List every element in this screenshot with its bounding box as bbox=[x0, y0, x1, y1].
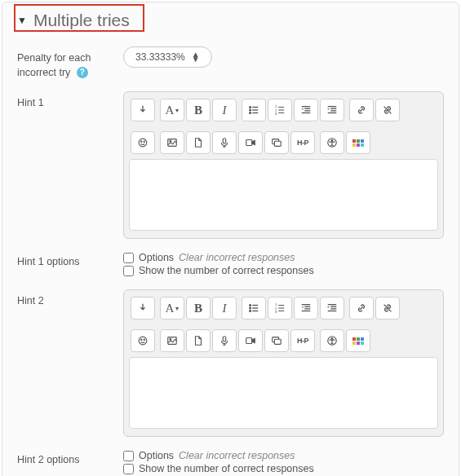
hint-1-clear-text: Clear incorrect responses bbox=[179, 252, 295, 263]
hint-1-row: Hint 1 A▾ B I bbox=[17, 91, 444, 239]
svg-point-21 bbox=[141, 141, 142, 142]
toolbar-link-icon[interactable] bbox=[349, 99, 374, 121]
hint-2-editor: A▾ B I 123 bbox=[123, 289, 444, 437]
toolbar-emoji-icon[interactable] bbox=[131, 131, 155, 154]
penalty-select[interactable]: 33.33333% ▲▼ bbox=[123, 46, 212, 68]
select-arrows-icon: ▲▼ bbox=[192, 52, 200, 62]
section-header[interactable]: ▼ Multiple tries bbox=[17, 2, 444, 35]
toolbar-h5p-icon[interactable]: H-P bbox=[290, 329, 315, 352]
svg-point-33 bbox=[250, 307, 251, 309]
hint-2-options-label: Hint 2 options bbox=[17, 448, 123, 468]
svg-point-0 bbox=[250, 107, 251, 108]
svg-point-61 bbox=[331, 338, 333, 340]
svg-rect-25 bbox=[223, 139, 226, 143]
svg-point-20 bbox=[139, 139, 147, 147]
toolbar-bullet-list-icon[interactable] bbox=[242, 297, 266, 320]
hint-2-options-row: Hint 2 options Options Clear incorrect r… bbox=[17, 448, 444, 476]
hint-1-shownum-row: Show the number of correct responses bbox=[123, 265, 444, 276]
svg-rect-26 bbox=[246, 140, 252, 146]
penalty-row: Penalty for each incorrect try ? 33.3333… bbox=[17, 46, 444, 80]
chevron-down-icon: ▼ bbox=[17, 15, 27, 26]
toolbar-expand-icon[interactable] bbox=[131, 99, 155, 121]
svg-point-52 bbox=[141, 339, 142, 340]
hint-2-textarea[interactable] bbox=[129, 357, 438, 429]
svg-point-4 bbox=[250, 112, 251, 114]
toolbar-bullet-list-icon[interactable] bbox=[242, 99, 266, 121]
toolbar-video-icon[interactable] bbox=[238, 131, 263, 154]
toolbar-numbered-list-icon[interactable]: 123 bbox=[268, 99, 292, 121]
svg-rect-23 bbox=[168, 139, 177, 147]
svg-text:3: 3 bbox=[275, 310, 277, 314]
hint-2-toolbar: A▾ B I 123 bbox=[129, 295, 438, 357]
toolbar-indent-icon[interactable] bbox=[320, 99, 344, 121]
penalty-label: Penalty for each incorrect try ? bbox=[17, 46, 123, 80]
hint-2-clear-checkbox[interactable] bbox=[123, 451, 134, 461]
toolbar-more-icon[interactable] bbox=[346, 131, 370, 154]
hint-2-shownum-checkbox[interactable] bbox=[123, 464, 134, 474]
svg-point-51 bbox=[139, 337, 147, 345]
toolbar-accessibility-icon[interactable] bbox=[320, 131, 344, 154]
svg-rect-54 bbox=[168, 337, 177, 345]
toolbar-paragraph-style[interactable]: A▾ bbox=[160, 99, 184, 121]
hint-1-options-text: Options bbox=[139, 252, 174, 263]
toolbar-outdent-icon[interactable] bbox=[294, 99, 318, 121]
toolbar-bold[interactable]: B bbox=[186, 297, 211, 320]
toolbar-outdent-icon[interactable] bbox=[294, 297, 318, 320]
hint-1-options-row: Hint 1 options Options Clear incorrect r… bbox=[17, 250, 444, 278]
toolbar-bold[interactable]: B bbox=[186, 99, 211, 121]
hint-2-row: Hint 2 A▾ B I bbox=[17, 289, 444, 437]
hint-1-toolbar: A▾ B I 123 bbox=[129, 97, 438, 159]
toolbar-image-icon[interactable] bbox=[160, 131, 184, 154]
toolbar-h5p-icon[interactable]: H-P bbox=[290, 131, 315, 154]
hint-2-label: Hint 2 bbox=[17, 289, 123, 309]
hint-2-shownum-row: Show the number of correct responses bbox=[123, 463, 444, 474]
hint-1-shownum-checkbox[interactable] bbox=[123, 266, 134, 276]
toolbar-paragraph-style[interactable]: A▾ bbox=[160, 297, 184, 320]
toolbar-manage-files-icon[interactable] bbox=[264, 131, 289, 154]
hint-1-editor: A▾ B I 123 bbox=[123, 91, 444, 239]
toolbar-unlink-icon[interactable] bbox=[375, 99, 400, 121]
svg-point-2 bbox=[250, 109, 251, 111]
toolbar-image-icon[interactable] bbox=[160, 329, 184, 352]
hint-2-clear-text: Clear incorrect responses bbox=[179, 450, 295, 461]
svg-point-24 bbox=[170, 140, 171, 142]
hint-1-clear-checkbox[interactable] bbox=[123, 253, 134, 263]
svg-point-22 bbox=[144, 141, 144, 142]
toolbar-file-icon[interactable] bbox=[186, 131, 211, 154]
hint-1-clear-row: Options Clear incorrect responses bbox=[123, 252, 444, 263]
svg-point-55 bbox=[170, 338, 171, 340]
hint-2-clear-row: Options Clear incorrect responses bbox=[123, 450, 444, 461]
multiple-tries-panel: ▼ Multiple tries Penalty for each incorr… bbox=[2, 2, 459, 476]
penalty-value: 33.33333% bbox=[135, 51, 185, 63]
svg-point-30 bbox=[331, 140, 333, 142]
svg-rect-59 bbox=[274, 339, 281, 344]
hint-1-shownum-text: Show the number of correct responses bbox=[139, 265, 314, 276]
hint-2-options-text: Options bbox=[139, 450, 174, 461]
toolbar-microphone-icon[interactable] bbox=[212, 329, 237, 352]
hint-1-options-label: Hint 1 options bbox=[17, 250, 123, 270]
toolbar-italic[interactable]: I bbox=[212, 297, 237, 320]
toolbar-numbered-list-icon[interactable]: 123 bbox=[268, 297, 292, 320]
toolbar-unlink-icon[interactable] bbox=[375, 297, 400, 320]
section-title: Multiple tries bbox=[33, 11, 130, 30]
toolbar-microphone-icon[interactable] bbox=[212, 131, 237, 154]
svg-rect-56 bbox=[223, 337, 226, 342]
toolbar-expand-icon[interactable] bbox=[131, 297, 155, 320]
toolbar-file-icon[interactable] bbox=[186, 329, 211, 352]
toolbar-manage-files-icon[interactable] bbox=[264, 329, 289, 352]
svg-rect-28 bbox=[274, 141, 281, 146]
hint-1-label: Hint 1 bbox=[17, 91, 123, 111]
hint-1-textarea[interactable] bbox=[129, 159, 438, 231]
toolbar-video-icon[interactable] bbox=[238, 329, 263, 352]
svg-point-53 bbox=[144, 339, 144, 340]
hint-2-shownum-text: Show the number of correct responses bbox=[139, 463, 314, 474]
svg-point-35 bbox=[250, 311, 251, 312]
svg-rect-57 bbox=[246, 338, 252, 344]
toolbar-indent-icon[interactable] bbox=[320, 297, 344, 320]
toolbar-emoji-icon[interactable] bbox=[131, 329, 155, 352]
help-icon[interactable]: ? bbox=[77, 67, 88, 78]
toolbar-more-icon[interactable] bbox=[346, 329, 370, 352]
toolbar-italic[interactable]: I bbox=[212, 99, 237, 121]
toolbar-accessibility-icon[interactable] bbox=[320, 329, 344, 352]
toolbar-link-icon[interactable] bbox=[349, 297, 374, 320]
